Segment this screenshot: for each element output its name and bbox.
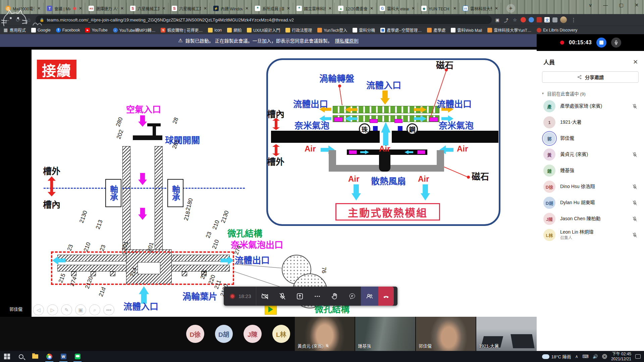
bookmark-item[interactable]: ▦ 產學處--空間管理… — [380, 27, 422, 33]
word-taskbar-icon[interactable]: W — [56, 351, 70, 362]
extension-blue-icon[interactable] — [529, 17, 534, 22]
url-bar[interactable]: 🔒 teams.microsoft.com/_#/pre-join-callin… — [36, 15, 492, 24]
bookmark-item[interactable]: 行政法整理 — [285, 27, 312, 33]
browser-menu-icon[interactable]: ⋮ — [570, 17, 578, 23]
participant-row[interactable]: D徐 Dino Hsu 徐浩翔 — [537, 179, 644, 195]
video-tile[interactable]: 黃貞元 (來賓) — [295, 317, 355, 351]
adblock-extension-icon[interactable] — [521, 17, 526, 22]
tab-close-icon[interactable]: ✕ — [328, 6, 332, 11]
strip-avatar[interactable]: L林 — [272, 325, 290, 343]
tab-close-icon[interactable]: ✕ — [161, 6, 166, 11]
mic-off-button[interactable] — [274, 287, 291, 306]
bookmark-item[interactable]: ♪ YouTube轉MP3轉… — [113, 27, 156, 33]
taskbar-search-icon[interactable] — [14, 351, 28, 362]
bookmark-item[interactable]: Ex Libris Discovery — [537, 28, 577, 33]
browser-tab[interactable]: S 六星機械工業… ✕ — [168, 3, 210, 14]
bookmark-item[interactable]: * 雲科Web Mail — [451, 27, 482, 33]
clock[interactable]: 下午 02:45 2021/12/21 — [611, 352, 631, 362]
bookmark-item[interactable]: * 雲科分機 — [353, 27, 375, 33]
participant-row[interactable]: D胡 Dylan Hu 胡東暘 — [537, 195, 644, 211]
window-close-button[interactable]: ✕ — [630, 0, 643, 10]
strip-avatar[interactable]: D胡 — [215, 325, 233, 343]
bookmark-star-icon[interactable]: ☆ — [512, 17, 518, 23]
bookmark-item[interactable]: ▶ YouTube — [85, 28, 107, 33]
video-tile[interactable]: 郭佳儱 — [416, 317, 476, 351]
bookmark-item[interactable]: icon — [208, 28, 222, 33]
bookmark-item[interactable]: f Facebook — [56, 28, 80, 33]
action-center-icon[interactable] — [635, 354, 641, 359]
tab-close-icon[interactable]: ✕ — [120, 6, 124, 11]
share-screen-button[interactable] — [291, 287, 309, 306]
more-actions-button[interactable] — [309, 287, 326, 306]
browser-tab[interactable]: 21 雲林科技大學… ✕ — [460, 3, 501, 14]
participants-section-header[interactable]: ▼ 目前在此會議中 (9) — [537, 83, 644, 98]
video-tile[interactable]: 1921-大暑 — [476, 317, 537, 351]
bookmark-item[interactable]: S 蝦皮購物 | 花得更… — [161, 27, 203, 33]
bookmark-item[interactable]: G Google — [31, 28, 51, 33]
tab-close-icon[interactable]: ✕ — [203, 6, 208, 11]
window-maximize-button[interactable]: ▢ — [614, 0, 628, 10]
slide-nav-button[interactable]: ✎ — [61, 304, 72, 315]
participant-row[interactable]: 郭 郭佳儱 — [537, 130, 644, 146]
show-participants-button[interactable] — [361, 287, 378, 306]
strip-avatar[interactable]: J陳 — [244, 325, 262, 343]
window-minimize-button[interactable]: — — [599, 0, 612, 10]
participant-row[interactable]: 黃 黃貞元 (來賓) — [537, 146, 644, 163]
tab-close-icon[interactable]: ✕ — [452, 6, 457, 11]
tab-close-icon[interactable]: ✕ — [245, 6, 249, 11]
bookmark-item[interactable]: YunTech登入 — [317, 27, 347, 33]
slide-nav-button[interactable]: ◁ — [33, 304, 44, 315]
participant-muted-mic-icon[interactable] — [631, 232, 638, 238]
bookmark-item[interactable]: 雲林科技大學YunT… — [487, 27, 531, 33]
weather-widget[interactable]: 18°C 陣雨 — [542, 353, 571, 360]
bookmark-item[interactable]: UX/UI設計入門 — [247, 27, 280, 33]
strip-avatar[interactable]: D徐 — [186, 325, 204, 343]
video-tile[interactable]: 鍾基強 — [355, 317, 415, 351]
profile-avatar[interactable] — [560, 16, 567, 23]
new-tab-button[interactable]: + — [506, 4, 515, 13]
browser-tab[interactable]: AS 選擇捷力 人性… ✕ — [85, 3, 127, 14]
share-page-icon[interactable]: ⤴ — [503, 17, 509, 23]
browser-tab[interactable]: ◆ YUN TECH 雲… ✕ — [418, 3, 460, 14]
participant-muted-mic-icon[interactable] — [631, 104, 638, 109]
privacy-policy-link[interactable]: 隱私權原則 — [335, 37, 359, 44]
dictionary-extension-icon[interactable] — [537, 17, 542, 22]
bookmark-item[interactable]: 網拍 — [227, 27, 241, 33]
bookmark-item[interactable]: 產學處 — [427, 27, 445, 33]
browser-tab[interactable]: T 會議 | Mic… ✕ — [44, 3, 85, 14]
participant-row[interactable]: 產 產學處張家琦 (來賓) — [537, 98, 644, 114]
translate-extension-icon[interactable]: 文 — [544, 17, 550, 22]
browser-tab[interactable]: ▲ 12/20農委會… ✕ — [335, 3, 376, 14]
chat-button[interactable] — [343, 287, 361, 306]
raise-hand-button[interactable] — [326, 287, 343, 306]
tab-search-caret[interactable]: ∨ — [584, 0, 597, 10]
tab-close-icon[interactable]: ✕ — [411, 6, 416, 11]
mic-button[interactable] — [611, 38, 621, 48]
hidden-icons-chevron[interactable]: ∧ — [575, 354, 578, 359]
tab-close-icon[interactable]: ✕ — [494, 6, 499, 11]
tab-close-icon[interactable]: ✕ — [78, 6, 83, 11]
line-taskbar-icon[interactable] — [70, 351, 85, 362]
hang-up-button[interactable] — [378, 287, 394, 306]
participant-row[interactable]: L林 Leon Lin 林炯瑋 召集人 — [537, 227, 644, 243]
browser-tab[interactable]: * 系所成員 | 國… ✕ — [252, 3, 293, 14]
network-icon[interactable]: ⌨ — [582, 354, 589, 359]
browser-tab[interactable]: ⚡ 內建 Window… ✕ — [210, 3, 252, 14]
stop-recording-button[interactable] — [596, 38, 606, 48]
participant-row[interactable]: 1 1921-大暑 — [537, 114, 644, 130]
camera-off-button[interactable] — [256, 287, 274, 306]
participant-muted-mic-icon[interactable] — [631, 184, 638, 190]
panel-close-icon[interactable]: ✕ — [633, 58, 638, 66]
status-x-icon[interactable]: ✕ — [602, 354, 607, 359]
tab-close-icon[interactable]: ✕ — [286, 6, 291, 11]
share-invite-button[interactable]: 分享邀請 — [542, 71, 639, 83]
start-button[interactable] — [0, 351, 14, 362]
extensions-puzzle-icon[interactable] — [552, 17, 557, 22]
participant-muted-mic-icon[interactable] — [631, 200, 638, 206]
slide-nav-button[interactable]: ▣ — [75, 304, 86, 315]
tab-close-icon[interactable]: ✕ — [369, 6, 374, 11]
participant-row[interactable]: 鍾 鍾基強 — [537, 163, 644, 179]
volume-icon[interactable]: 🔊 — [593, 354, 598, 359]
slide-nav-button[interactable]: ▷ — [47, 304, 58, 315]
slide-nav-button[interactable]: ••• — [103, 304, 114, 315]
